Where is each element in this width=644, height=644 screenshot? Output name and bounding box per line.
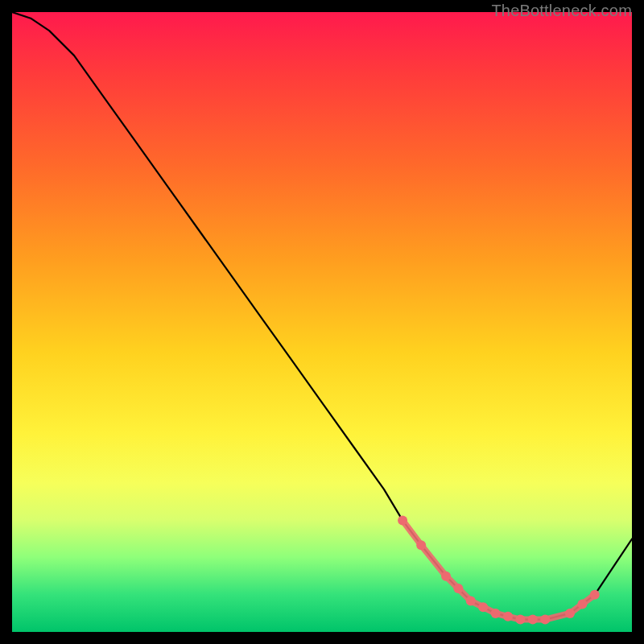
gradient-background	[12, 12, 632, 632]
watermark-text: TheBottleneck.com	[491, 2, 632, 20]
chart-frame: TheBottleneck.com	[12, 12, 632, 632]
plot-area	[12, 12, 632, 632]
